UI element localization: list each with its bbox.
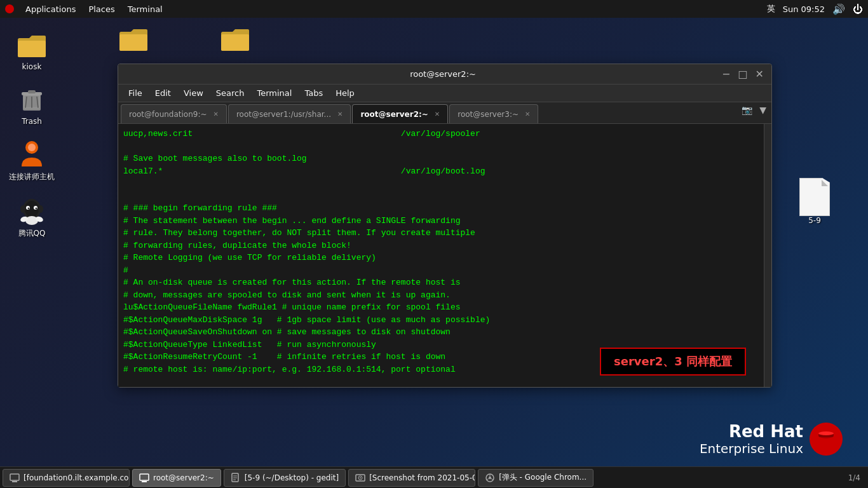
tab-server2-label: root@server2:~: [360, 110, 428, 119]
redhat-subtitle: Enterprise Linux: [700, 441, 803, 456]
desktop-icon-file[interactable]: 5-9: [799, 178, 830, 225]
redhat-menu-icon: [5, 4, 14, 13]
redhat-logo: Red Hat Enterprise Linux: [700, 422, 843, 456]
line-statement: # The statement between the begin ... en…: [123, 215, 759, 227]
tab-camera-icon[interactable]: 📷: [742, 105, 752, 115]
svg-line-45: [491, 478, 494, 480]
speaker-icon[interactable]: 🔊: [832, 3, 845, 15]
tab-foundation9-close[interactable]: ✕: [214, 111, 219, 118]
places-menu[interactable]: Places: [83, 3, 119, 15]
server-annotation-box: server2、3 同样配置: [600, 348, 746, 376]
tab-foundation9[interactable]: root@foundation9:~ ✕: [121, 104, 227, 123]
line-blank2: [123, 177, 759, 190]
svg-rect-4: [28, 90, 36, 93]
menu-search[interactable]: Search: [211, 87, 250, 99]
svg-rect-32: [12, 481, 17, 482]
maximize-button[interactable]: □: [738, 68, 747, 80]
svg-point-41: [360, 477, 361, 478]
tab-server3-close[interactable]: ✕: [525, 111, 530, 118]
terminal-titlebar: root@server2:~ − □ ✕: [118, 64, 771, 85]
desktop-icon-connect[interactable]: 连接讲师主机: [6, 139, 57, 182]
desktop: Applications Places Terminal 英 Sun 09:52…: [0, 0, 868, 488]
power-icon[interactable]: ⏻: [853, 3, 863, 15]
tab-server3[interactable]: root@server3:~ ✕: [449, 104, 538, 123]
trash-label: Trash: [22, 117, 42, 126]
menu-tabs[interactable]: Tabs: [299, 87, 328, 99]
taskbar-page-num: 1/4: [848, 473, 865, 482]
svg-point-26: [813, 426, 839, 452]
svg-point-15: [28, 208, 30, 210]
terminal-tab-bar: root@foundation9:~ ✕ root@server1:/usr/s…: [118, 102, 771, 124]
desktop-icon-trash[interactable]: Trash: [6, 84, 57, 126]
system-tray: 英 Sun 09:52 🔊 ⏻: [767, 3, 863, 15]
taskbar-foundation[interactable]: [foundation0.ilt.example.com:8 (kio...: [3, 469, 130, 487]
line-maxdisk: #$ActionQueueMaxDiskSpace 1g # 1gb space…: [123, 314, 759, 327]
tab-server2-close[interactable]: ✕: [435, 111, 440, 118]
tab-foundation9-label: root@foundation9:~: [129, 110, 207, 119]
line-blank3: [123, 190, 759, 203]
applications-menu[interactable]: Applications: [20, 3, 81, 15]
file-icon-shape: [799, 178, 830, 216]
svg-point-10: [28, 144, 36, 151]
desktop-icon-column: kiosk Trash: [0, 23, 64, 245]
clock: Sun 09:52: [783, 4, 825, 14]
line-ondisk: # An on-disk queue is created for this a…: [123, 276, 759, 289]
desktop-folder-1[interactable]: [108, 23, 159, 56]
taskbar-gedit[interactable]: [5-9 (~/Desktop) - gedit]: [224, 469, 346, 487]
file-label: 5-9: [808, 216, 821, 225]
line-dup: # forwarding rules, duplicate the whole …: [123, 240, 759, 252]
desktop-folder-row: [108, 23, 261, 56]
svg-rect-34: [142, 481, 147, 482]
line-down: # down, messages are spooled to disk and…: [123, 289, 759, 302]
svg-rect-31: [10, 474, 19, 480]
taskbar: [foundation0.ilt.example.com:8 (kio... r…: [0, 466, 868, 488]
taskbar-screenshot[interactable]: [Screenshot from 2021-05-09 09-...: [348, 469, 475, 487]
menu-terminal[interactable]: Terminal: [252, 87, 297, 99]
line-save: #$ActionQueueSaveOnShutdown on # save me…: [123, 326, 759, 339]
tab-server1-label: root@server1:/usr/shar...: [236, 110, 331, 119]
menu-help[interactable]: Help: [330, 87, 360, 99]
line-blank1: [123, 140, 759, 153]
menu-file[interactable]: File: [123, 87, 147, 99]
desktop-icon-qq[interactable]: 腾讯QQ: [6, 195, 57, 239]
tab-server1[interactable]: root@server1:/usr/shar... ✕: [228, 104, 351, 123]
svg-rect-23: [119, 34, 147, 51]
line-rule: # rule. They belong together, do NOT spl…: [123, 227, 759, 240]
desktop-icon-kiosk[interactable]: kiosk: [6, 29, 57, 71]
line-local7: local7.* /var/log/boot.log: [123, 165, 759, 178]
svg-rect-33: [140, 474, 149, 480]
close-button[interactable]: ✕: [756, 68, 764, 80]
minimize-button[interactable]: −: [722, 68, 730, 80]
tab-server1-close[interactable]: ✕: [337, 111, 342, 118]
line-save-comment: # Save boot messages also to boot.log: [123, 152, 759, 165]
terminal-menu[interactable]: Terminal: [123, 3, 168, 15]
taskbar-chrome[interactable]: [弹头 - Google Chrom...: [478, 469, 593, 487]
svg-point-17: [20, 205, 25, 213]
line-begin-fwd: # ### begin forwarding rule ###: [123, 202, 759, 215]
svg-line-46: [487, 478, 489, 480]
taskbar-foundation-label: [foundation0.ilt.example.com:8 (kio...: [24, 473, 130, 482]
qq-label: 腾讯QQ: [18, 228, 46, 239]
line-cmd: *.* @@172.25.9.11:514: [123, 376, 759, 387]
language-indicator: 英: [767, 3, 775, 15]
tab-server2[interactable]: root@server2:~ ✕: [352, 104, 448, 123]
connect-label: 连接讲师主机: [9, 172, 55, 182]
line-lu: lu$ActionQueueFileName fwdRule1 # unique…: [123, 301, 759, 314]
top-bar: Applications Places Terminal 英 Sun 09:52…: [0, 0, 868, 18]
tab-dropdown-button[interactable]: ▼: [759, 105, 766, 115]
terminal-title: root@server2:~: [164, 69, 722, 79]
kiosk-label: kiosk: [22, 62, 42, 71]
redhat-title: Red Hat: [700, 422, 803, 441]
taskbar-server2-label: root@server2:~: [153, 473, 214, 482]
redhat-circle-icon: [810, 423, 843, 456]
line-hash: #: [123, 264, 759, 277]
terminal-scrollbar[interactable]: [764, 124, 771, 387]
tab-server3-label: root@server3:~: [458, 110, 519, 119]
taskbar-gedit-label: [5-9 (~/Desktop) - gedit]: [245, 473, 339, 482]
menu-view[interactable]: View: [179, 87, 208, 99]
desktop-folder-2[interactable]: [210, 23, 261, 56]
menu-edit[interactable]: Edit: [150, 87, 176, 99]
server-annotation-text: server2、3 同样配置: [614, 355, 732, 368]
taskbar-screenshot-label: [Screenshot from 2021-05-09 09-...: [369, 473, 475, 482]
taskbar-server2[interactable]: root@server2:~: [132, 469, 221, 487]
